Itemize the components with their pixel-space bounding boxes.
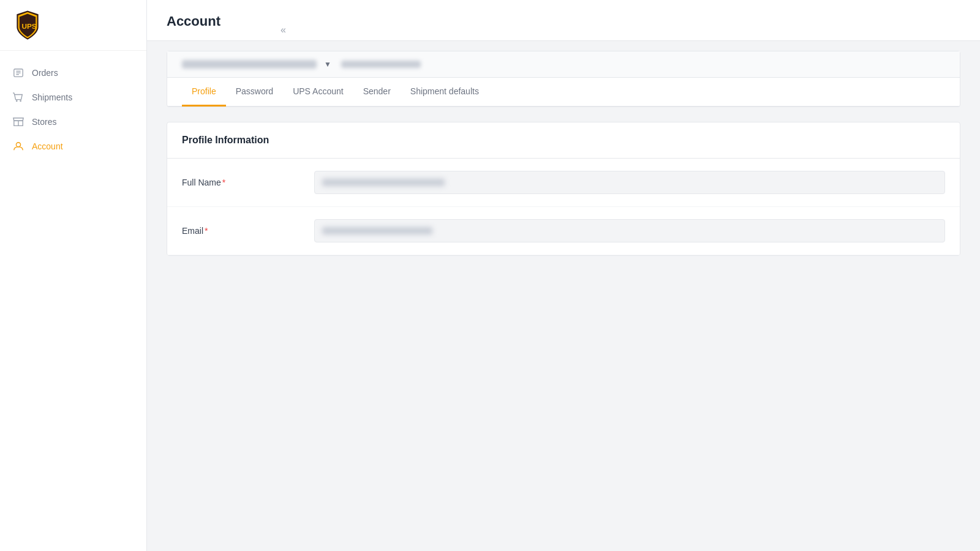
svg-text:UPS: UPS: [21, 22, 36, 30]
profile-section: Profile Information Full Name* Email*: [167, 122, 960, 256]
account-name-display: [182, 60, 317, 69]
page-content: ▼ Profile Password UPS Account Sender Sh…: [147, 41, 980, 551]
orders-icon: [12, 67, 24, 79]
account-sub-display: [341, 61, 421, 68]
account-icon: [12, 140, 24, 152]
tab-shipment-defaults[interactable]: Shipment defaults: [401, 78, 489, 107]
email-input[interactable]: [314, 219, 945, 242]
tab-sender[interactable]: Sender: [353, 78, 401, 107]
email-value: [322, 227, 432, 234]
account-dropdown-arrow-icon[interactable]: ▼: [324, 60, 331, 69]
email-label: Email*: [182, 226, 304, 236]
account-selector-bar: ▼: [167, 51, 960, 78]
shipments-icon: [12, 91, 24, 103]
sidebar-item-shipments-label: Shipments: [32, 92, 72, 102]
sidebar-item-account[interactable]: Account: [0, 134, 146, 159]
full-name-row: Full Name*: [167, 159, 960, 207]
profile-section-header: Profile Information: [167, 122, 960, 159]
sidebar-item-account-label: Account: [32, 141, 63, 151]
full-name-required-star: *: [222, 178, 225, 187]
full-name-input[interactable]: [314, 171, 945, 194]
sidebar-item-orders-label: Orders: [32, 68, 58, 78]
sidebar-logo: UPS: [0, 0, 146, 51]
sidebar: UPS Orders: [0, 0, 147, 551]
collapse-sidebar-button[interactable]: «: [276, 22, 291, 38]
tabs-bar: Profile Password UPS Account Sender Ship…: [167, 78, 960, 107]
tab-password[interactable]: Password: [226, 78, 283, 107]
account-tabs-card: ▼ Profile Password UPS Account Sender Sh…: [167, 51, 960, 107]
full-name-value: [322, 179, 445, 186]
sidebar-nav: Orders Shipments: [0, 51, 146, 551]
svg-point-8: [16, 143, 20, 147]
svg-point-5: [16, 100, 18, 102]
full-name-label: Full Name*: [182, 178, 304, 187]
sidebar-item-shipments[interactable]: Shipments: [0, 85, 146, 110]
stores-icon: [12, 116, 24, 128]
main-content: « Account ▼ Profile Password UPS Account…: [147, 0, 980, 551]
sidebar-item-stores[interactable]: Stores: [0, 110, 146, 134]
content-wrapper: ▼ Profile Password UPS Account Sender Sh…: [147, 41, 980, 256]
ups-logo-icon: UPS: [12, 10, 43, 40]
page-header: « Account: [147, 0, 980, 41]
email-required-star: *: [205, 226, 208, 236]
email-row: Email*: [167, 207, 960, 255]
svg-point-6: [20, 100, 21, 102]
sidebar-item-stores-label: Stores: [32, 117, 56, 127]
profile-section-title: Profile Information: [182, 135, 269, 145]
sidebar-item-orders[interactable]: Orders: [0, 61, 146, 85]
tab-profile[interactable]: Profile: [182, 78, 226, 107]
tab-ups-account[interactable]: UPS Account: [283, 78, 353, 107]
